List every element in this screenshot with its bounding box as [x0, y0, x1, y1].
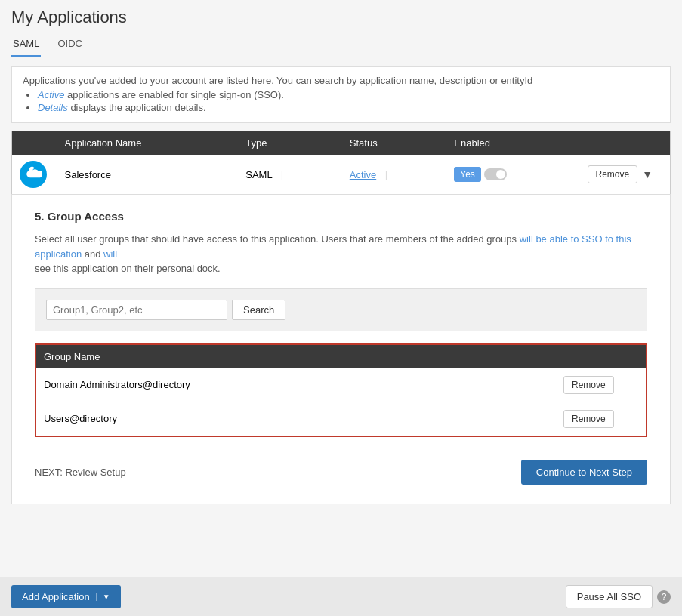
footer-right: Pause All SSO ?: [566, 585, 671, 608]
section-title: 5. Group Access: [35, 210, 647, 223]
detail-description: Select all user groups that should have …: [35, 232, 647, 276]
group-name-2: Users@directory: [35, 402, 556, 436]
next-step-bar: NEXT: Review Setup Continue to Next Step: [35, 452, 647, 488]
search-group: Search: [35, 288, 647, 331]
group-row-2: Users@directory Remove: [35, 402, 647, 436]
help-icon[interactable]: ?: [657, 590, 671, 604]
group-table: Group Name Domain Administrators@directo…: [35, 343, 647, 437]
bullet-details-text: displays the application details.: [70, 102, 205, 113]
col-status: Status: [342, 131, 447, 156]
tabs-bar: SAML OIDC: [11, 33, 671, 57]
bullet-details-label: Details: [38, 102, 68, 113]
app-icon-cell: [12, 155, 57, 195]
bullet-active: Active applications are enabled for sing…: [38, 89, 659, 100]
salesforce-icon: [20, 161, 47, 188]
info-text-1: Applications you've added to your accoun…: [23, 75, 532, 86]
desc-link-2[interactable]: will: [103, 248, 117, 260]
col-actions: [580, 131, 671, 156]
desc-text-2: and: [85, 248, 103, 260]
table-header-row: Application Name Type Status Enabled: [12, 131, 671, 156]
footer-bar: Add Application ▼ Pause All SSO ?: [0, 577, 682, 616]
group-action-1: Remove: [556, 368, 647, 402]
bullet-details: Details displays the application details…: [38, 102, 659, 113]
app-type: SAML |: [238, 155, 342, 195]
desc-text-3: see this application on their personal d…: [35, 263, 221, 274]
toggle-yes-label: Yes: [454, 167, 481, 182]
col-group-name: Group Name: [35, 344, 556, 368]
info-box: Applications you've added to your accoun…: [11, 66, 671, 123]
group-search-input[interactable]: [46, 300, 227, 320]
info-bullets: Active applications are enabled for sing…: [38, 89, 659, 113]
detail-panel: 5. Group Access Select all user groups t…: [11, 195, 671, 504]
pause-sso-button[interactable]: Pause All SSO: [566, 585, 653, 608]
col-app-name: Application Name: [57, 131, 239, 156]
add-application-caret-icon[interactable]: ▼: [96, 593, 110, 601]
app-name: Salesforce: [57, 155, 239, 195]
app-enabled: Yes: [446, 155, 579, 195]
status-active[interactable]: Active: [350, 169, 376, 180]
col-enabled: Enabled: [446, 131, 579, 156]
col-type: Type: [238, 131, 342, 156]
desc-text-1: Select all user groups that should have …: [35, 233, 517, 245]
table-row: Salesforce SAML | Active | Yes: [12, 155, 671, 195]
toggle-bar[interactable]: [484, 168, 507, 180]
group-row-1: Domain Administrators@directory Remove: [35, 368, 647, 402]
bullet-active-label: Active: [38, 89, 64, 100]
tab-oidc[interactable]: OIDC: [56, 33, 84, 57]
info-line-1: Applications you've added to your accoun…: [23, 75, 659, 86]
page-title: My Applications: [11, 8, 671, 27]
tab-saml[interactable]: SAML: [11, 33, 41, 57]
toggle-wrap: Yes: [454, 167, 572, 182]
col-icon: [12, 131, 57, 156]
col-group-action: [556, 344, 647, 368]
add-application-label: Add Application: [22, 591, 90, 602]
remove-app-button[interactable]: Remove: [588, 165, 638, 183]
remove-group-2-button[interactable]: Remove: [563, 410, 614, 428]
group-name-1: Domain Administrators@directory: [35, 368, 556, 402]
expand-chevron-icon[interactable]: ▼: [642, 168, 653, 180]
app-actions: Remove ▼: [580, 155, 671, 195]
applications-table: Application Name Type Status Enabled: [11, 131, 671, 195]
group-action-2: Remove: [556, 402, 647, 436]
group-table-header-row: Group Name: [35, 344, 647, 368]
bullet-active-text: applications are enabled for single sign…: [67, 89, 284, 100]
continue-button[interactable]: Continue to Next Step: [521, 460, 647, 485]
app-status[interactable]: Active |: [342, 155, 447, 195]
next-step-label: NEXT: Review Setup: [35, 467, 126, 478]
remove-group-1-button[interactable]: Remove: [563, 376, 614, 394]
search-button[interactable]: Search: [232, 300, 285, 320]
add-application-button[interactable]: Add Application ▼: [11, 585, 121, 608]
